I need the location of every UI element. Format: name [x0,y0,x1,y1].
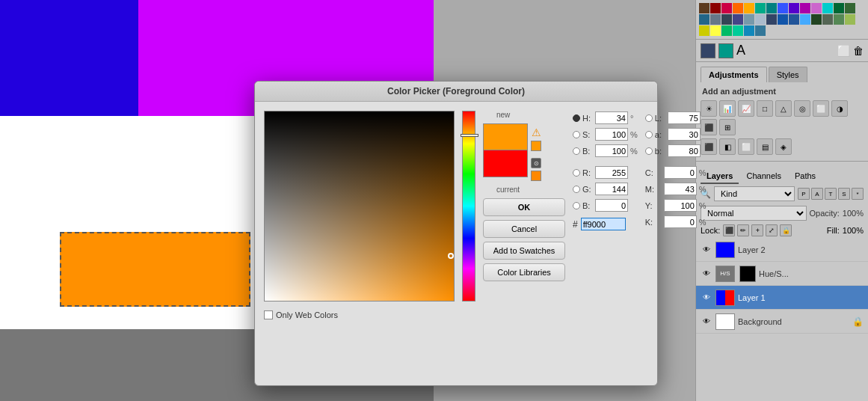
exposure-adj-icon[interactable]: □ [757,100,773,117]
preview-new-color[interactable] [483,123,528,150]
only-web-colors-checkbox[interactable] [264,310,273,319]
swatch[interactable] [744,3,754,13]
h-radio[interactable] [573,114,580,122]
r-input[interactable] [595,166,628,179]
add-to-swatches-button[interactable]: Add to Swatches [483,242,565,260]
s-radio[interactable] [573,131,580,138]
layer-item-background[interactable]: 👁 Background 🔒 [696,310,868,334]
b3-radio[interactable] [645,147,653,155]
layer-item-layer2[interactable]: 👁 Layer 2 [696,238,868,262]
vibrance-adj-icon[interactable]: △ [775,100,792,117]
levels-adj-icon[interactable]: 📊 [719,100,736,117]
swatch[interactable] [699,3,710,13]
m-input[interactable] [664,183,697,195]
tab-adjustments[interactable]: Adjustments [701,67,767,82]
c-input[interactable] [664,166,697,179]
kind-select[interactable]: Kind [714,186,795,201]
b2-input[interactable] [595,199,628,212]
swatch[interactable] [699,25,710,36]
web-swatch[interactable] [531,171,541,181]
lock-all-icon[interactable]: 🔒 [780,224,792,236]
swatch[interactable] [834,14,844,25]
swatch[interactable] [766,3,777,13]
lock-position-icon[interactable]: + [751,224,763,236]
swatch[interactable] [710,14,721,25]
selective-color-adj-icon[interactable]: ◈ [775,138,792,155]
swatch[interactable] [744,25,754,36]
b-radio[interactable] [573,147,580,155]
curves-adj-icon[interactable]: 📈 [738,100,754,117]
swatch[interactable] [834,3,844,13]
swatch[interactable] [733,14,743,25]
lock-artboard-icon[interactable]: ⤢ [766,224,778,236]
shape-icon[interactable]: S [838,188,850,200]
cancel-button[interactable]: Cancel [483,220,565,238]
posterize-adj-icon[interactable]: ◧ [719,138,736,155]
swatch[interactable] [811,3,822,13]
g-input[interactable] [595,183,628,195]
b-input[interactable] [595,144,628,157]
swatch[interactable] [766,14,777,25]
swatch[interactable] [733,25,743,36]
swatch[interactable] [822,3,833,13]
preview-current-color[interactable] [483,150,528,177]
swatch[interactable] [845,3,855,13]
swatch[interactable] [778,14,788,25]
swatch[interactable] [800,3,810,13]
layer-item-layer1[interactable]: 👁 Layer 1 [696,286,868,310]
ok-button[interactable]: OK [483,198,565,216]
gradient-map-adj-icon[interactable]: ▤ [757,138,773,155]
panel-delete-icon[interactable]: 🗑 [853,45,864,57]
l-radio[interactable] [645,114,653,122]
color-picker-dialog[interactable]: Color Picker (Foreground Color) Only Web… [254,81,658,386]
rect-orange[interactable] [60,232,250,307]
swatch[interactable] [721,25,732,36]
swatch[interactable] [789,14,799,25]
swatch[interactable] [710,3,721,13]
swatch[interactable] [822,14,833,25]
layer-item-hue[interactable]: 👁 H/S Hue/S... [696,262,868,286]
text-icon[interactable]: A [736,43,745,58]
b3-input[interactable] [668,144,701,157]
swatch[interactable] [699,14,710,25]
type-icon[interactable]: T [825,188,837,200]
panel-options-icon[interactable]: ⬜ [837,45,850,57]
color-gradient-picker[interactable] [264,111,455,301]
lock-transparent-icon[interactable]: ⬛ [723,224,735,236]
swatch[interactable] [744,14,754,25]
s-input[interactable] [595,128,628,141]
gamut-swatch[interactable] [531,141,541,151]
tab-channels[interactable]: Channels [740,169,787,184]
channel-mixer-adj-icon[interactable]: ⊞ [719,119,736,135]
swatch[interactable] [721,14,732,25]
threshold-adj-icon[interactable]: ⬜ [738,138,754,155]
foreground-color-swatch[interactable] [701,43,715,58]
b2-radio[interactable] [573,202,580,209]
swatch[interactable] [845,14,855,25]
gamut-warning-icon[interactable]: ⚠ [532,126,541,138]
swatch[interactable] [778,3,788,13]
swatch[interactable] [789,3,799,13]
blend-mode-select[interactable]: Normal [701,206,807,221]
g-radio[interactable] [573,186,580,193]
a-radio[interactable] [645,131,653,138]
l-input[interactable] [668,111,701,124]
color-libraries-button[interactable]: Color Libraries [483,263,565,281]
tab-styles[interactable]: Styles [769,67,807,82]
swatch[interactable] [721,3,732,13]
background-color-swatch[interactable] [718,43,733,58]
r-radio[interactable] [573,169,580,177]
swatch[interactable] [755,3,766,13]
tab-paths[interactable]: Paths [789,169,822,184]
swatch[interactable] [800,14,810,25]
swatch[interactable] [755,25,766,36]
a-input[interactable] [668,128,701,141]
hue-sat-adj-icon[interactable]: ◎ [794,100,810,117]
hex-input[interactable] [581,218,626,230]
k-input[interactable] [664,215,697,228]
lock-pixels-icon[interactable]: ✏ [737,224,749,236]
swatch[interactable] [755,14,766,25]
pixel-icon[interactable]: P [798,188,810,200]
h-input[interactable] [595,111,628,124]
y-input[interactable] [664,199,697,212]
